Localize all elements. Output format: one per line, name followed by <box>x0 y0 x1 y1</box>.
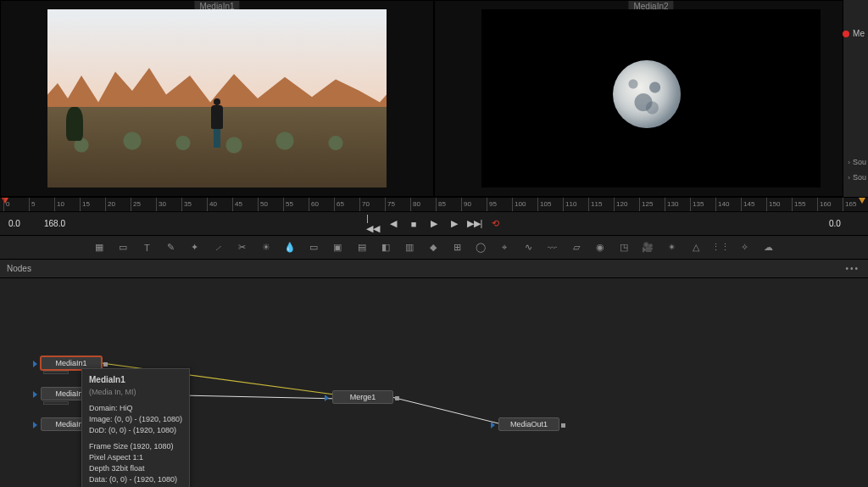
ruler-tick: 5 <box>29 198 35 211</box>
background-tool-icon[interactable]: ▦ <box>93 241 105 255</box>
loop-icon[interactable]: ⟲ <box>489 218 501 230</box>
ruler-tick: 30 <box>156 198 166 211</box>
node-output-icon[interactable] <box>103 362 108 367</box>
range-end-icon[interactable] <box>859 198 865 204</box>
shape-tool-icon[interactable]: △ <box>690 241 702 255</box>
fusion-toolbar: ▦▭T✎✦⟋✂☀💧▭▣▤◧▥◆⊞◯⌖∿〰▱◉◳🎥✴△⋮⋮✧☁ <box>0 236 868 260</box>
ruler-tick: 65 <box>334 198 344 211</box>
fx-tool-icon[interactable]: ✧ <box>739 241 751 255</box>
step-forward-icon[interactable]: ▶ <box>448 218 460 230</box>
node-mediaout1[interactable]: MediaOut1 <box>498 417 559 431</box>
ruler-tick: 145 <box>741 198 754 211</box>
node-input-icon <box>33 361 37 367</box>
node-output-icon[interactable] <box>561 423 565 428</box>
crop-tool-icon[interactable]: ⊞ <box>451 241 463 255</box>
ruler-tick: 70 <box>359 198 370 211</box>
node-output-icon[interactable] <box>395 396 399 400</box>
ruler-tick: 0 <box>3 198 9 211</box>
tracker-tool-icon[interactable]: ⌖ <box>498 241 510 255</box>
cam-tool-icon[interactable]: 🎥 <box>642 241 654 255</box>
particles-tool-icon[interactable]: ⋮⋮ <box>714 241 727 255</box>
chevron-right-icon[interactable]: › <box>848 174 850 182</box>
viewer-right[interactable]: MediaIn2 <box>434 0 868 197</box>
chevron-right-icon[interactable]: › <box>848 159 850 166</box>
rect-grid-tool-icon[interactable]: ▤ <box>356 241 368 255</box>
ruler-tick: 150 <box>766 198 780 211</box>
current-frame-field[interactable]: 0.0 <box>829 219 856 228</box>
sparkle-tool-icon[interactable]: ✦ <box>189 241 201 255</box>
ruler-tick: 85 <box>436 198 446 211</box>
ruler-tick: 130 <box>665 198 678 211</box>
play-icon[interactable]: ▶ <box>428 218 440 230</box>
wand-tool-icon[interactable]: ⟋ <box>213 241 225 255</box>
ruler-tick: 45 <box>232 198 242 211</box>
viewer-left[interactable]: MediaIn1 <box>0 0 434 197</box>
light-tool-icon[interactable]: ✴ <box>665 241 677 255</box>
node-input-icon <box>33 391 37 398</box>
range-start-field[interactable]: 0.0 <box>8 219 36 228</box>
inspector-panel: Me ›Sou ›Sou <box>843 0 868 197</box>
3d-tool-icon[interactable]: ◳ <box>618 241 630 255</box>
ruler-tick: 15 <box>80 198 90 211</box>
ruler-tick: 35 <box>181 198 192 211</box>
node-input-icon <box>325 395 329 401</box>
mask-tool-icon[interactable]: ◯ <box>475 241 487 255</box>
ruler-tick: 40 <box>207 198 217 211</box>
ruler-tick: 80 <box>410 198 420 211</box>
ruler-tick: 105 <box>537 198 551 211</box>
step-back-icon[interactable]: ◀ <box>387 218 399 230</box>
skip-end-icon[interactable]: ▶▶| <box>469 218 481 230</box>
nodes-canvas[interactable]: MediaIn1 MediaIn2 MediaIn3 Merge1 MediaO… <box>0 278 868 487</box>
rect-dash-tool-icon[interactable]: ▣ <box>331 241 343 255</box>
node-input-icon <box>33 422 37 428</box>
node-thumb <box>43 371 69 374</box>
ruler-tick: 165 <box>843 198 856 211</box>
merge-tool-icon[interactable]: ◧ <box>380 241 392 255</box>
ruler-tick: 100 <box>512 198 526 211</box>
knife-tool-icon[interactable]: ✂ <box>236 241 248 255</box>
panel-menu-icon[interactable]: ••• <box>845 264 860 273</box>
inspector-mode[interactable]: Me <box>843 29 865 38</box>
ruler-tick: 90 <box>461 198 471 211</box>
ruler-tick: 10 <box>54 198 64 211</box>
ruler-tick: 135 <box>690 198 704 211</box>
planar-tool-icon[interactable]: ▱ <box>570 241 582 255</box>
drop-tool-icon[interactable]: 💧 <box>284 241 296 255</box>
desert-preview <box>47 9 387 188</box>
rect-tool-icon[interactable]: ▭ <box>308 241 320 255</box>
cloud-tool-icon[interactable]: ☁ <box>763 241 775 255</box>
curve-tool-icon[interactable]: ∿ <box>523 241 535 255</box>
range-end-field[interactable]: 168.0 <box>44 219 71 228</box>
sun-tool-icon[interactable]: ☀ <box>260 241 272 255</box>
ruler-tick: 50 <box>258 198 268 211</box>
brush-tool-icon[interactable]: ✎ <box>164 241 176 255</box>
node-input-icon <box>491 422 495 428</box>
stop-icon[interactable]: ■ <box>408 218 420 230</box>
node-tooltip: MediaIn1 (Media In, MI) Domain: HiQ Imag… <box>81 368 190 487</box>
node-merge1[interactable]: Merge1 <box>332 390 393 404</box>
ruler-tick: 20 <box>105 198 115 211</box>
ruler-tick: 95 <box>487 198 497 211</box>
ruler-tick: 140 <box>715 198 729 211</box>
ruler-tick: 60 <box>309 198 319 211</box>
color-tool-icon[interactable]: ◆ <box>427 241 439 255</box>
ruler-tick: 75 <box>385 198 395 211</box>
text-tool-icon[interactable]: T <box>141 241 153 255</box>
spline-tool-icon[interactable]: 〰 <box>547 241 559 255</box>
ruler-tick: 25 <box>131 198 141 211</box>
skip-start-icon[interactable]: |◀◀ <box>367 218 379 230</box>
svg-line-2 <box>392 397 502 424</box>
ruler-tick: 160 <box>817 198 831 211</box>
paint-tool-icon[interactable]: ▭ <box>117 241 129 255</box>
ruler-tick: 110 <box>563 198 576 211</box>
ruler-tick: 55 <box>283 198 293 211</box>
ruler-tick: 125 <box>639 198 653 211</box>
lens-tool-icon[interactable]: ◉ <box>594 241 606 255</box>
moon-preview <box>481 9 821 188</box>
ruler-tick: 120 <box>614 198 627 211</box>
transport-bar: 0.0 168.0 |◀◀ ◀ ■ ▶ ▶ ▶▶| ⟲ 0.0 <box>0 212 868 236</box>
channel-tool-icon[interactable]: ▥ <box>403 241 415 255</box>
timeline-ruler[interactable]: 0510152025303540455055606570758085909510… <box>0 197 868 212</box>
node-thumb <box>43 401 69 405</box>
ruler-tick: 155 <box>792 198 805 211</box>
